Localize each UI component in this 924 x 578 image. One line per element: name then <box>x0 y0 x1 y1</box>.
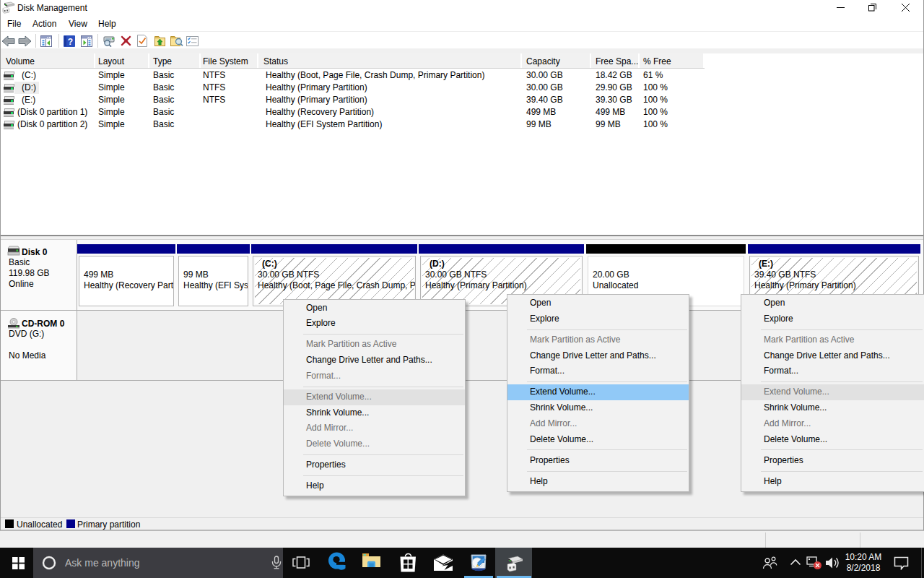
svg-text:?: ? <box>68 37 73 47</box>
